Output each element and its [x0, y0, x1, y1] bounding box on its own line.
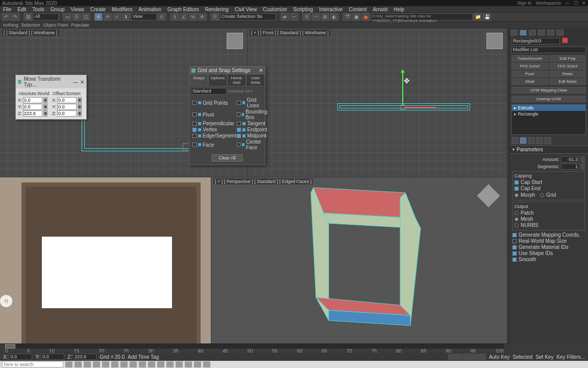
- utilities-tab-icon[interactable]: [556, 30, 564, 36]
- layer-icon[interactable]: ☰: [303, 13, 311, 21]
- uvw-clear-button[interactable]: UVW Mapping Clear: [511, 87, 586, 94]
- taskbar-app-icon[interactable]: [157, 361, 164, 367]
- config-icon[interactable]: [544, 137, 551, 144]
- menu-arnold[interactable]: Arnold: [373, 7, 387, 12]
- snap-Endpoint[interactable]: Endpoint: [237, 127, 268, 132]
- mirror-icon[interactable]: ⇄: [281, 13, 289, 21]
- nurbs-radio[interactable]: [514, 223, 519, 227]
- menu-rendering[interactable]: Rendering: [205, 7, 229, 12]
- motion-tab-icon[interactable]: [538, 30, 545, 36]
- morph-radio[interactable]: [514, 193, 519, 197]
- move-transform-dialog[interactable]: Move Transform Typ...—✕ Absolute:World X…: [15, 75, 87, 120]
- mod-btn-FFD 2x2x2[interactable]: FFD 2x2x2: [511, 63, 548, 70]
- menu-modifiers[interactable]: Modifiers: [112, 7, 133, 12]
- status-x[interactable]: [9, 354, 32, 360]
- taskbar-app-icon[interactable]: [111, 361, 118, 367]
- create-tab-icon[interactable]: [510, 30, 518, 36]
- menu-civilview[interactable]: Civil View: [235, 7, 257, 12]
- scale-icon[interactable]: ⤢: [113, 13, 121, 21]
- sel-region-icon[interactable]: ◫: [82, 13, 90, 21]
- viewcube-br[interactable]: [478, 186, 499, 206]
- redo-icon[interactable]: ↷: [11, 13, 19, 21]
- rib-objpaint[interactable]: Object Paint: [43, 22, 68, 28]
- unique-icon[interactable]: [528, 137, 535, 144]
- mod-btn-Relax[interactable]: Relax: [549, 71, 586, 77]
- snap-icon[interactable]: 3: [170, 13, 179, 21]
- taskbar-app-icon[interactable]: [102, 361, 109, 367]
- tab-snaps[interactable]: Snaps: [189, 74, 208, 86]
- menu-customize[interactable]: Customize: [263, 7, 287, 12]
- place-icon[interactable]: ⬇: [122, 13, 130, 21]
- material-icon[interactable]: ◐: [330, 13, 338, 21]
- tab-usergrids[interactable]: User Grids: [246, 74, 265, 86]
- modifier-list[interactable]: Modifier List: [511, 47, 586, 53]
- open-icon[interactable]: 📁: [474, 13, 482, 21]
- schematic-icon[interactable]: ⊞: [321, 13, 329, 21]
- object-name[interactable]: Rectangle003: [511, 38, 560, 44]
- show-end-icon[interactable]: [520, 137, 527, 144]
- taskbar-app-icon[interactable]: [139, 361, 146, 367]
- select-icon[interactable]: ▭: [63, 13, 71, 21]
- menu-file[interactable]: File: [3, 7, 11, 12]
- filter-all[interactable]: All: [33, 13, 59, 20]
- taskbar-app-icon[interactable]: [65, 361, 72, 367]
- taskbar-app-icon[interactable]: [84, 361, 91, 367]
- menu-edit[interactable]: Edit: [17, 7, 26, 12]
- mod-btn-Edit Poly[interactable]: Edit Poly: [549, 55, 586, 62]
- realworld-check[interactable]: [512, 239, 517, 243]
- pivot-icon[interactable]: ⊙: [158, 13, 166, 21]
- capend-check[interactable]: [514, 187, 519, 191]
- menu-scripting[interactable]: Scripting: [293, 7, 313, 12]
- pin-icon[interactable]: [511, 137, 519, 144]
- namesel-icon[interactable]: ☰: [211, 13, 219, 21]
- menu-views[interactable]: Views: [71, 7, 85, 12]
- prev-frame-icon[interactable]: [456, 354, 463, 360]
- useshape-check[interactable]: [512, 251, 517, 256]
- max-icon[interactable]: ☐: [574, 1, 578, 6]
- status-z[interactable]: [73, 354, 96, 360]
- grid-snap-dialog[interactable]: Grid and Snap Settings✕ Snaps Options Ho…: [189, 66, 265, 165]
- taskbar-app-icon[interactable]: [166, 361, 174, 367]
- abs-y[interactable]: [23, 104, 42, 110]
- curve-icon[interactable]: 〰: [312, 13, 320, 21]
- viewcube-tr[interactable]: [486, 33, 503, 49]
- modifier-stack[interactable]: ▸ Extrude▸ Rectangle: [511, 104, 586, 135]
- viewport-ref-photo[interactable]: H: [0, 177, 211, 359]
- signin[interactable]: Sign In: [518, 1, 532, 6]
- stack-Extrude[interactable]: ▸ Extrude: [512, 105, 585, 111]
- spinner[interactable]: [43, 97, 47, 103]
- next-frame-icon[interactable]: [471, 354, 478, 360]
- status-y[interactable]: [41, 354, 64, 360]
- tab-options[interactable]: Options: [208, 74, 227, 86]
- viewport-perspective[interactable]: [ + ] [ Perspective ] [ Standard ] [ Edg…: [211, 177, 507, 359]
- snap-Center Face[interactable]: Center Face: [237, 139, 268, 150]
- taskbar-app-icon[interactable]: [194, 361, 201, 367]
- menu-grapheditors[interactable]: Graph Editors: [167, 7, 199, 12]
- menu-group[interactable]: Group: [51, 7, 65, 12]
- snap-Face[interactable]: Face: [192, 139, 236, 150]
- snap-Vertex[interactable]: Vertex: [192, 127, 236, 132]
- goto-start-icon[interactable]: [448, 354, 455, 360]
- smooth-check[interactable]: [512, 258, 517, 262]
- setkey[interactable]: Set Key: [535, 354, 553, 360]
- snap-Grid Points[interactable]: Grid Points: [192, 97, 236, 108]
- rib-nothing[interactable]: nothing: [3, 22, 18, 28]
- min-icon[interactable]: —: [565, 1, 570, 6]
- link-icon[interactable]: ⛓: [24, 13, 32, 21]
- mod-btn-TurboSmooth[interactable]: TurboSmooth: [511, 55, 548, 62]
- render-icon[interactable]: 🫖: [361, 13, 370, 21]
- mesh-radio[interactable]: [514, 217, 519, 221]
- move-gizmo-fr[interactable]: [400, 105, 405, 110]
- off-x[interactable]: [57, 97, 77, 103]
- spinsnap-icon[interactable]: ⟰: [198, 13, 206, 21]
- mod-btn-Shell[interactable]: Shell: [511, 78, 548, 85]
- abs-z[interactable]: [23, 110, 42, 117]
- createselset[interactable]: Create Selection Se: [220, 13, 276, 20]
- patch-radio[interactable]: [514, 211, 519, 215]
- rendersetup-icon[interactable]: 🎬: [343, 13, 351, 21]
- menu-content[interactable]: Content: [349, 7, 366, 12]
- spinner[interactable]: [581, 156, 585, 163]
- menu-animation[interactable]: Animation: [139, 7, 161, 12]
- vp-top-label[interactable]: [ ] Standard ] [ Wireframe ]: [2, 30, 59, 36]
- snap-Bounding Box[interactable]: Bounding Box: [237, 109, 268, 120]
